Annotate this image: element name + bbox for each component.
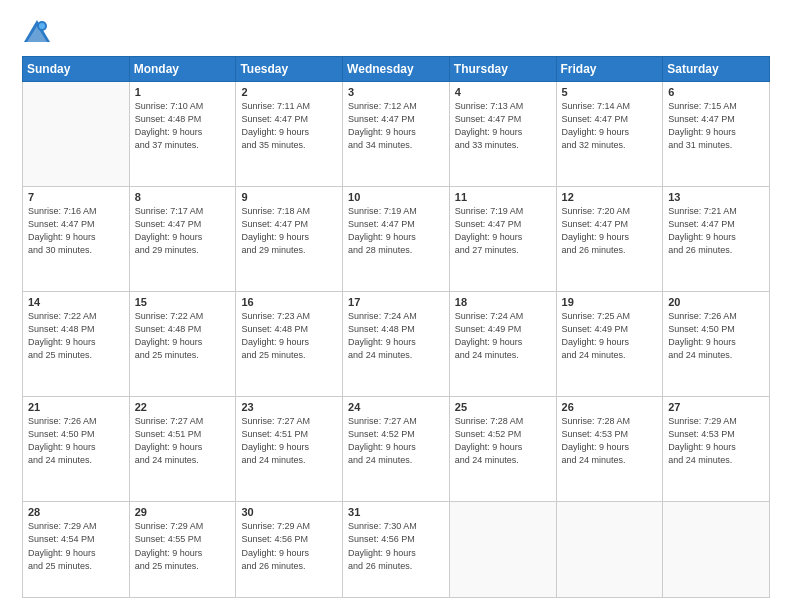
calendar-week-0: 1Sunrise: 7:10 AM Sunset: 4:48 PM Daylig… — [23, 82, 770, 187]
day-number: 19 — [562, 296, 658, 308]
day-info: Sunrise: 7:19 AM Sunset: 4:47 PM Dayligh… — [455, 205, 551, 257]
day-number: 12 — [562, 191, 658, 203]
calendar-cell: 20Sunrise: 7:26 AM Sunset: 4:50 PM Dayli… — [663, 292, 770, 397]
calendar-cell: 12Sunrise: 7:20 AM Sunset: 4:47 PM Dayli… — [556, 187, 663, 292]
calendar-cell: 25Sunrise: 7:28 AM Sunset: 4:52 PM Dayli… — [449, 397, 556, 502]
calendar-cell: 4Sunrise: 7:13 AM Sunset: 4:47 PM Daylig… — [449, 82, 556, 187]
day-info: Sunrise: 7:23 AM Sunset: 4:48 PM Dayligh… — [241, 310, 337, 362]
calendar-cell — [449, 502, 556, 598]
svg-point-3 — [39, 23, 45, 29]
day-info: Sunrise: 7:19 AM Sunset: 4:47 PM Dayligh… — [348, 205, 444, 257]
day-number: 28 — [28, 506, 124, 518]
calendar-cell: 18Sunrise: 7:24 AM Sunset: 4:49 PM Dayli… — [449, 292, 556, 397]
calendar-cell: 5Sunrise: 7:14 AM Sunset: 4:47 PM Daylig… — [556, 82, 663, 187]
calendar-header-thursday: Thursday — [449, 57, 556, 82]
day-number: 24 — [348, 401, 444, 413]
day-info: Sunrise: 7:28 AM Sunset: 4:52 PM Dayligh… — [455, 415, 551, 467]
calendar-cell: 3Sunrise: 7:12 AM Sunset: 4:47 PM Daylig… — [343, 82, 450, 187]
day-info: Sunrise: 7:30 AM Sunset: 4:56 PM Dayligh… — [348, 520, 444, 572]
day-number: 13 — [668, 191, 764, 203]
day-number: 14 — [28, 296, 124, 308]
calendar-cell: 15Sunrise: 7:22 AM Sunset: 4:48 PM Dayli… — [129, 292, 236, 397]
logo-icon — [22, 18, 52, 46]
day-number: 2 — [241, 86, 337, 98]
calendar-cell: 26Sunrise: 7:28 AM Sunset: 4:53 PM Dayli… — [556, 397, 663, 502]
day-info: Sunrise: 7:16 AM Sunset: 4:47 PM Dayligh… — [28, 205, 124, 257]
calendar-cell: 1Sunrise: 7:10 AM Sunset: 4:48 PM Daylig… — [129, 82, 236, 187]
calendar-cell: 13Sunrise: 7:21 AM Sunset: 4:47 PM Dayli… — [663, 187, 770, 292]
day-info: Sunrise: 7:29 AM Sunset: 4:55 PM Dayligh… — [135, 520, 231, 572]
calendar-header-saturday: Saturday — [663, 57, 770, 82]
day-number: 15 — [135, 296, 231, 308]
day-number: 7 — [28, 191, 124, 203]
calendar-cell: 6Sunrise: 7:15 AM Sunset: 4:47 PM Daylig… — [663, 82, 770, 187]
calendar-cell: 21Sunrise: 7:26 AM Sunset: 4:50 PM Dayli… — [23, 397, 130, 502]
calendar-cell: 9Sunrise: 7:18 AM Sunset: 4:47 PM Daylig… — [236, 187, 343, 292]
calendar-cell: 19Sunrise: 7:25 AM Sunset: 4:49 PM Dayli… — [556, 292, 663, 397]
calendar-cell: 22Sunrise: 7:27 AM Sunset: 4:51 PM Dayli… — [129, 397, 236, 502]
day-info: Sunrise: 7:15 AM Sunset: 4:47 PM Dayligh… — [668, 100, 764, 152]
day-number: 23 — [241, 401, 337, 413]
calendar-cell: 30Sunrise: 7:29 AM Sunset: 4:56 PM Dayli… — [236, 502, 343, 598]
calendar-cell: 8Sunrise: 7:17 AM Sunset: 4:47 PM Daylig… — [129, 187, 236, 292]
day-number: 6 — [668, 86, 764, 98]
day-info: Sunrise: 7:20 AM Sunset: 4:47 PM Dayligh… — [562, 205, 658, 257]
day-info: Sunrise: 7:27 AM Sunset: 4:51 PM Dayligh… — [241, 415, 337, 467]
calendar-cell — [23, 82, 130, 187]
day-number: 9 — [241, 191, 337, 203]
day-number: 18 — [455, 296, 551, 308]
calendar-cell: 28Sunrise: 7:29 AM Sunset: 4:54 PM Dayli… — [23, 502, 130, 598]
header — [22, 18, 770, 46]
day-number: 21 — [28, 401, 124, 413]
calendar-cell: 29Sunrise: 7:29 AM Sunset: 4:55 PM Dayli… — [129, 502, 236, 598]
day-info: Sunrise: 7:13 AM Sunset: 4:47 PM Dayligh… — [455, 100, 551, 152]
day-number: 29 — [135, 506, 231, 518]
day-info: Sunrise: 7:29 AM Sunset: 4:53 PM Dayligh… — [668, 415, 764, 467]
calendar-header-monday: Monday — [129, 57, 236, 82]
calendar-cell: 11Sunrise: 7:19 AM Sunset: 4:47 PM Dayli… — [449, 187, 556, 292]
day-number: 27 — [668, 401, 764, 413]
calendar-table: SundayMondayTuesdayWednesdayThursdayFrid… — [22, 56, 770, 598]
day-info: Sunrise: 7:22 AM Sunset: 4:48 PM Dayligh… — [28, 310, 124, 362]
day-number: 25 — [455, 401, 551, 413]
day-info: Sunrise: 7:14 AM Sunset: 4:47 PM Dayligh… — [562, 100, 658, 152]
calendar-week-3: 21Sunrise: 7:26 AM Sunset: 4:50 PM Dayli… — [23, 397, 770, 502]
day-number: 22 — [135, 401, 231, 413]
calendar-cell — [556, 502, 663, 598]
day-number: 20 — [668, 296, 764, 308]
day-info: Sunrise: 7:10 AM Sunset: 4:48 PM Dayligh… — [135, 100, 231, 152]
day-number: 26 — [562, 401, 658, 413]
day-info: Sunrise: 7:22 AM Sunset: 4:48 PM Dayligh… — [135, 310, 231, 362]
day-info: Sunrise: 7:25 AM Sunset: 4:49 PM Dayligh… — [562, 310, 658, 362]
day-info: Sunrise: 7:21 AM Sunset: 4:47 PM Dayligh… — [668, 205, 764, 257]
day-info: Sunrise: 7:27 AM Sunset: 4:52 PM Dayligh… — [348, 415, 444, 467]
day-info: Sunrise: 7:17 AM Sunset: 4:47 PM Dayligh… — [135, 205, 231, 257]
day-number: 17 — [348, 296, 444, 308]
day-number: 31 — [348, 506, 444, 518]
calendar-cell: 10Sunrise: 7:19 AM Sunset: 4:47 PM Dayli… — [343, 187, 450, 292]
day-number: 8 — [135, 191, 231, 203]
calendar-cell — [663, 502, 770, 598]
day-info: Sunrise: 7:29 AM Sunset: 4:56 PM Dayligh… — [241, 520, 337, 572]
calendar-cell: 2Sunrise: 7:11 AM Sunset: 4:47 PM Daylig… — [236, 82, 343, 187]
calendar-header-wednesday: Wednesday — [343, 57, 450, 82]
calendar-header-tuesday: Tuesday — [236, 57, 343, 82]
day-info: Sunrise: 7:26 AM Sunset: 4:50 PM Dayligh… — [668, 310, 764, 362]
page: SundayMondayTuesdayWednesdayThursdayFrid… — [0, 0, 792, 612]
day-info: Sunrise: 7:12 AM Sunset: 4:47 PM Dayligh… — [348, 100, 444, 152]
day-number: 16 — [241, 296, 337, 308]
calendar-cell: 23Sunrise: 7:27 AM Sunset: 4:51 PM Dayli… — [236, 397, 343, 502]
calendar-cell: 17Sunrise: 7:24 AM Sunset: 4:48 PM Dayli… — [343, 292, 450, 397]
calendar-header-friday: Friday — [556, 57, 663, 82]
day-info: Sunrise: 7:18 AM Sunset: 4:47 PM Dayligh… — [241, 205, 337, 257]
day-info: Sunrise: 7:24 AM Sunset: 4:48 PM Dayligh… — [348, 310, 444, 362]
calendar-cell: 31Sunrise: 7:30 AM Sunset: 4:56 PM Dayli… — [343, 502, 450, 598]
day-number: 3 — [348, 86, 444, 98]
calendar-header-sunday: Sunday — [23, 57, 130, 82]
day-number: 30 — [241, 506, 337, 518]
calendar-cell: 16Sunrise: 7:23 AM Sunset: 4:48 PM Dayli… — [236, 292, 343, 397]
day-number: 10 — [348, 191, 444, 203]
calendar-cell: 24Sunrise: 7:27 AM Sunset: 4:52 PM Dayli… — [343, 397, 450, 502]
day-number: 11 — [455, 191, 551, 203]
calendar-week-4: 28Sunrise: 7:29 AM Sunset: 4:54 PM Dayli… — [23, 502, 770, 598]
